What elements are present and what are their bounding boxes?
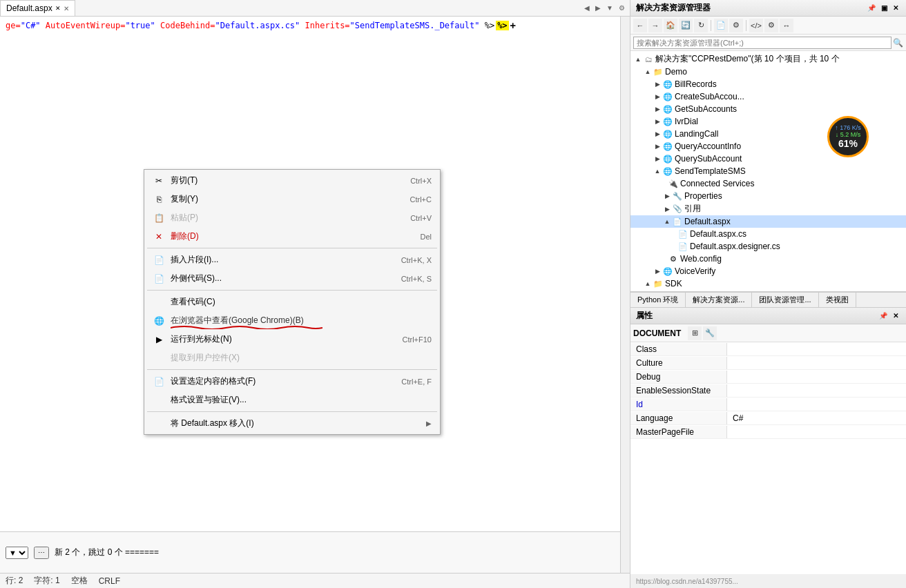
- prop-sort-btn[interactable]: 🔧: [703, 326, 717, 340]
- prop-val-language[interactable]: C#: [727, 412, 906, 424]
- toolbar-new-btn[interactable]: 📄: [714, 19, 728, 32]
- toolbar-forward-btn[interactable]: →: [648, 19, 662, 32]
- prop-row-debug: Debug: [630, 370, 906, 384]
- tree-arrow-voice: ▶: [653, 268, 662, 275]
- demo-folder-icon: 📁: [653, 66, 664, 77]
- tree-item-billrecords[interactable]: ▶ 🌐 BillRecords: [630, 78, 906, 90]
- tree-item-properties[interactable]: ▶ 🔧 Properties: [630, 190, 906, 202]
- solution-tree: ▲ 🗂 解决方案"CCPRestDemo"(第 10 个项目，共 10 个 ▲ …: [630, 51, 906, 291]
- sdk-folder-icon: 📁: [653, 278, 664, 289]
- bottom-panel-tabs: Python 环境 解决方案资源... 团队资源管理... 类视图: [630, 292, 906, 308]
- tree-arrow-create: ▶: [653, 93, 662, 100]
- web-icon-landing: 🌐: [662, 128, 673, 139]
- menu-delete[interactable]: ✕ 删除(D) Del: [144, 227, 440, 246]
- tree-item-sendtemplatesms[interactable]: ▲ 🌐 SendTemplateSMS: [630, 165, 906, 177]
- dockpanel-icon[interactable]: ▣: [879, 3, 889, 12]
- tree-item-connected-services[interactable]: 🔌 Connected Services: [630, 177, 906, 190]
- prop-name-debug: Debug: [630, 371, 727, 383]
- toolbar-sync-btn[interactable]: 🔄: [679, 19, 693, 32]
- prop-name-culture: Culture: [630, 357, 727, 369]
- tree-item-webconfig[interactable]: ⚙ Web.config: [630, 253, 906, 265]
- tab-settings[interactable]: ⚙: [617, 3, 627, 12]
- prop-val-class[interactable]: [727, 348, 906, 351]
- properties-content: Class Culture Debug EnableSessionState I…: [630, 342, 906, 574]
- tree-item-createsubaccount[interactable]: ▶ 🌐 CreateSubAccou...: [630, 90, 906, 103]
- toolbar-settings2-btn[interactable]: ⚙: [764, 19, 778, 32]
- right-panel: 解决方案资源管理器 📌 ▣ ✕ ← → 🏠 🔄 ↻ 📄 ⚙ </> ⚙: [630, 0, 906, 588]
- cs-icon: 📄: [677, 228, 688, 239]
- delete-icon: ✕: [153, 232, 165, 242]
- tab-scroll-left[interactable]: ◀: [582, 3, 592, 12]
- tree-item-sdk[interactable]: ▲ 📁 SDK: [630, 277, 906, 290]
- prop-name-class: Class: [630, 343, 727, 355]
- browser-icon: 🌐: [153, 316, 165, 326]
- separator-4: [147, 411, 437, 412]
- menu-copy[interactable]: ⎘ 复制(Y) Ctrl+C: [144, 190, 440, 208]
- tree-item-default-aspx[interactable]: ▲ 📄 Default.aspx: [630, 215, 906, 228]
- prop-close-icon[interactable]: ✕: [891, 311, 900, 320]
- pin-icon[interactable]: 📌: [865, 3, 878, 12]
- toolbar-expand-btn[interactable]: ↔: [780, 19, 793, 32]
- prop-val-culture[interactable]: [727, 362, 906, 364]
- search-row: 🔍: [630, 35, 906, 51]
- menu-surround[interactable]: 📄 外侧代码(S)... Ctrl+K, S: [144, 269, 440, 288]
- status-char: 字符: 1: [34, 575, 59, 587]
- menu-run-cursor[interactable]: ▶ 运行到光标处(N) Ctrl+F10: [144, 330, 440, 349]
- surround-icon: 📄: [153, 274, 165, 284]
- solution-icon: 🗂: [643, 54, 654, 65]
- prop-name-language: Language: [630, 412, 727, 424]
- editor-scrollbar[interactable]: [620, 17, 630, 573]
- prop-doc-label: DOCUMENT: [633, 329, 681, 338]
- tab-scroll-right[interactable]: ▶: [593, 3, 603, 12]
- tree-item-getsubaccounts[interactable]: ▶ 🌐 GetSubAccounts: [630, 103, 906, 115]
- tree-item-ref[interactable]: ▶ 📎 引用: [630, 202, 906, 215]
- tab-menu[interactable]: ▼: [604, 3, 615, 12]
- close-panel-icon[interactable]: ✕: [891, 3, 900, 12]
- search-input[interactable]: [633, 37, 891, 49]
- menu-format-validate[interactable]: 格式设置与验证(V)...: [144, 391, 440, 409]
- menu-move[interactable]: 将 Default.aspx 移入(I) ▶: [144, 414, 440, 433]
- tab-class[interactable]: 类视图: [819, 293, 856, 307]
- menu-paste[interactable]: 📋 粘贴(P) Ctrl+V: [144, 208, 440, 227]
- tree-item-voiceverify[interactable]: ▶ 🌐 VoiceVerify: [630, 265, 906, 277]
- toolbar-prop-btn[interactable]: ⚙: [729, 19, 743, 32]
- run-icon: ▶: [153, 335, 165, 344]
- toolbar-home-btn[interactable]: 🏠: [664, 19, 677, 32]
- tree-arrow-props: ▶: [662, 193, 672, 199]
- prop-val-masterpagefile[interactable]: [727, 431, 906, 433]
- tree-demo[interactable]: ▲ 📁 Demo: [630, 66, 906, 78]
- tree-arrow-sdk: ▲: [643, 280, 653, 287]
- toolbar-back-btn[interactable]: ←: [633, 19, 647, 32]
- designer-icon: 📄: [677, 241, 688, 252]
- prop-val-enablesession[interactable]: [727, 389, 906, 392]
- prop-grid-btn[interactable]: ⊞: [688, 326, 702, 340]
- tree-item-default-designer[interactable]: 📄 Default.aspx.designer.cs: [630, 240, 906, 253]
- prop-pin-icon[interactable]: 📌: [877, 311, 889, 320]
- bottom-dropdown[interactable]: ▼: [6, 547, 28, 559]
- menu-view-code[interactable]: 查看代码(C): [144, 293, 440, 311]
- toolbar-refresh-btn[interactable]: ↻: [694, 19, 708, 32]
- separator-1: [147, 248, 437, 248]
- tab-team[interactable]: 团队资源管理...: [752, 293, 818, 307]
- menu-format[interactable]: 📄 设置选定内容的格式(F) Ctrl+E, F: [144, 372, 440, 391]
- menu-extract-control[interactable]: 提取到用户控件(X): [144, 349, 440, 367]
- tab-solution[interactable]: 解决方案资源...: [686, 293, 752, 307]
- tree-item-default-aspx-cs[interactable]: 📄 Default.aspx.cs: [630, 228, 906, 240]
- toolbar-code-btn[interactable]: </>: [749, 19, 763, 32]
- red-underline-svg: [171, 325, 322, 329]
- tab-close-btn[interactable]: ✕: [64, 5, 69, 12]
- web-icon-voice: 🌐: [662, 266, 673, 277]
- tab-label: Default.aspx: [6, 3, 52, 13]
- menu-cut[interactable]: ✂ 剪切(T) Ctrl+X: [144, 171, 440, 190]
- tree-arrow-get: ▶: [653, 106, 662, 112]
- prop-row-masterpagefile: MasterPageFile: [630, 425, 906, 439]
- bottom-btn[interactable]: ⋯: [34, 547, 49, 559]
- editor-tab-active[interactable]: Default.aspx ✕ ✕: [0, 0, 75, 16]
- tree-solution[interactable]: ▲ 🗂 解决方案"CCPRestDemo"(第 10 个项目，共 10 个: [630, 52, 906, 66]
- paste-icon: 📋: [153, 213, 165, 223]
- tab-python[interactable]: Python 环境: [630, 293, 686, 307]
- prop-val-debug[interactable]: [727, 375, 906, 378]
- menu-insert-snippet[interactable]: 📄 插入片段(I)... Ctrl+K, X: [144, 251, 440, 269]
- menu-view-browser[interactable]: 🌐 在浏览器中查看(Google Chrome)(B): [144, 311, 440, 330]
- prop-val-id[interactable]: [727, 403, 906, 406]
